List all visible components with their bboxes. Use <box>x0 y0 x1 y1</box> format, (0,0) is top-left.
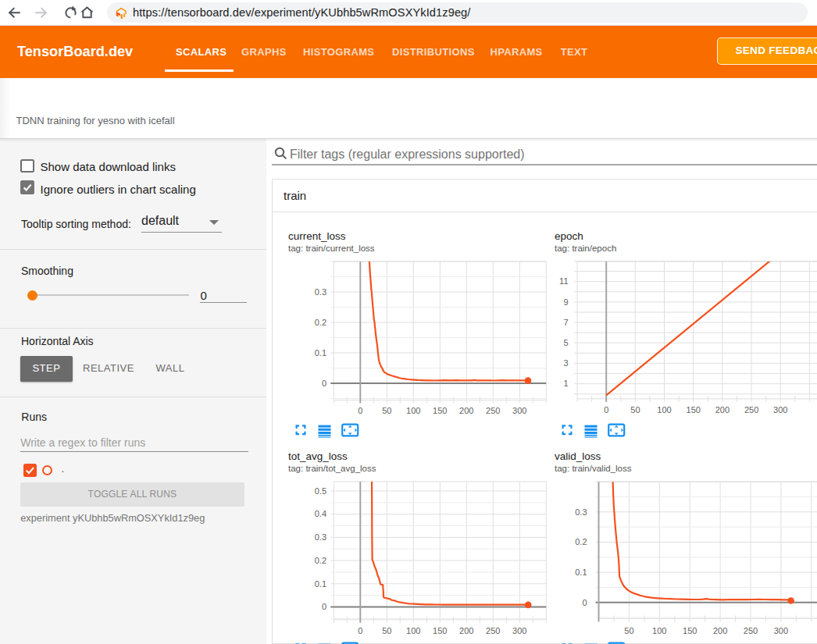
svg-text:1: 1 <box>563 379 568 388</box>
svg-text:50: 50 <box>382 406 391 415</box>
svg-text:0: 0 <box>582 598 587 607</box>
svg-text:50: 50 <box>382 626 391 635</box>
svg-text:7: 7 <box>563 318 568 327</box>
svg-text:150: 150 <box>433 626 447 635</box>
svg-text:0: 0 <box>322 602 326 611</box>
svg-text:300: 300 <box>512 406 526 415</box>
svg-text:150: 150 <box>683 626 697 635</box>
svg-text:200: 200 <box>713 626 727 635</box>
svg-text:0.3: 0.3 <box>575 507 587 517</box>
svg-text:250: 250 <box>744 405 758 414</box>
svg-text:200: 200 <box>715 405 730 414</box>
svg-text:9: 9 <box>563 297 568 307</box>
svg-text:50: 50 <box>624 626 633 635</box>
svg-text:100: 100 <box>406 406 420 415</box>
svg-text:100: 100 <box>657 405 671 414</box>
svg-text:300: 300 <box>774 626 788 635</box>
svg-text:0: 0 <box>604 405 608 414</box>
svg-text:100: 100 <box>652 626 666 635</box>
svg-text:0.4: 0.4 <box>315 509 326 518</box>
svg-text:0.2: 0.2 <box>575 537 587 546</box>
svg-text:300: 300 <box>512 626 526 635</box>
svg-text:0.5: 0.5 <box>315 486 326 496</box>
svg-text:0.1: 0.1 <box>315 579 326 589</box>
svg-text:0: 0 <box>322 379 326 388</box>
svg-text:250: 250 <box>744 626 758 635</box>
svg-text:150: 150 <box>687 405 701 414</box>
svg-text:5: 5 <box>563 338 568 347</box>
svg-text:200: 200 <box>459 626 473 635</box>
svg-text:0: 0 <box>358 626 362 635</box>
svg-text:150: 150 <box>433 406 447 415</box>
svg-text:11: 11 <box>559 276 568 286</box>
svg-text:0.2: 0.2 <box>315 318 326 327</box>
svg-text:100: 100 <box>406 626 420 635</box>
svg-text:0.1: 0.1 <box>575 568 587 577</box>
svg-text:0.1: 0.1 <box>315 348 326 358</box>
svg-text:250: 250 <box>486 406 500 415</box>
svg-text:250: 250 <box>486 626 500 635</box>
svg-text:50: 50 <box>630 405 640 414</box>
svg-text:0.2: 0.2 <box>315 556 326 565</box>
svg-text:0: 0 <box>358 406 362 415</box>
svg-text:0.3: 0.3 <box>315 532 326 542</box>
svg-text:300: 300 <box>773 405 787 414</box>
svg-text:200: 200 <box>459 406 473 415</box>
svg-text:0.3: 0.3 <box>315 287 326 297</box>
svg-text:3: 3 <box>563 358 568 368</box>
